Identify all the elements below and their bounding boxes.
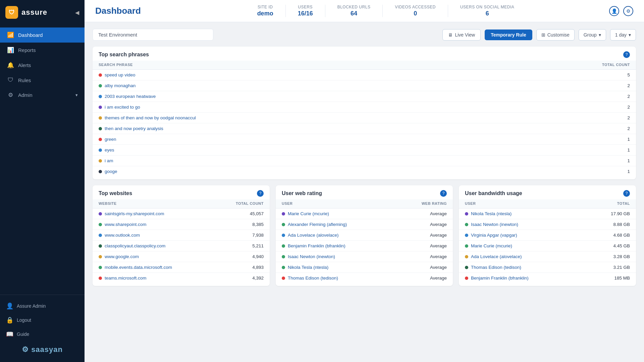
color-dot (282, 266, 285, 269)
table-row: Thomas Edison (tedison) 3.21 GB (459, 262, 636, 273)
environment-label: Test Environment (93, 29, 213, 41)
user-link[interactable]: Virginia Apgar (vapgar) (471, 233, 517, 238)
user-link[interactable]: Isaac Newton (inewton) (288, 254, 335, 259)
color-dot (99, 148, 102, 152)
col-total-count: Total Count (490, 61, 636, 70)
brand-icon: ⚙ (22, 345, 31, 354)
sidebar-item-rules[interactable]: 🛡 Rules (0, 73, 85, 87)
user-link[interactable]: Nikola Tesla (ntesla) (288, 265, 328, 270)
website-link[interactable]: classpolicyaut.classpolicy.com (105, 243, 165, 248)
color-dot (99, 84, 102, 87)
stat-site-id-value: demo (257, 10, 273, 17)
user-settings-icon[interactable]: 👤 (609, 6, 619, 16)
sidebar-item-admin[interactable]: ⚙ Admin ▾ (0, 87, 85, 103)
logo-text: assure (21, 8, 47, 17)
color-dot (99, 255, 102, 258)
sidebar: 🛡 assure ◀ 📶 Dashboard 📊 Reports 🔔 Alert… (0, 0, 85, 362)
top-search-phrases-card: Top search phrases ? Search Phrase Total… (93, 47, 636, 179)
sidebar-nav: 📶 Dashboard 📊 Reports 🔔 Alerts 🛡 Rules ⚙… (0, 25, 85, 295)
user-link[interactable]: Benjamin Franklin (bfranklin) (471, 276, 529, 281)
sidebar-item-alerts[interactable]: 🔔 Alerts (0, 58, 85, 73)
websites-table: Website Total Count saintsgirls-my.share… (93, 199, 270, 283)
user-link[interactable]: Isaac Newton (inewton) (471, 222, 518, 227)
search-phrase-link[interactable]: green (105, 137, 116, 142)
user-link[interactable]: Marie Curie (mcurie) (288, 211, 329, 216)
color-dot (99, 170, 102, 173)
help-icon[interactable]: ? (623, 51, 630, 58)
table-row: teams.microsoft.com 4,392 (93, 273, 270, 284)
help-icon[interactable]: ? (257, 190, 264, 197)
col-web-rating: Web Rating (395, 199, 453, 208)
sidebar-item-label: Alerts (18, 62, 78, 68)
website-link[interactable]: mobile.events.data.microsoft.com (105, 265, 172, 270)
search-phrase-link[interactable]: i am (105, 158, 113, 163)
user-link[interactable]: Ada Lovelace (alovelace) (288, 233, 339, 238)
col-search-phrase: Search Phrase (93, 61, 490, 70)
table-row: Nikola Tesla (ntesla) 17.90 GB (459, 208, 636, 219)
search-phrase-link[interactable]: alby monaghan (105, 83, 136, 88)
table-row: eyes 1 (93, 145, 636, 156)
sidebar-username: Assure Admin (17, 303, 46, 309)
table-row: Marie Curie (mcurie) Average (276, 208, 453, 219)
table-row: Alexander Fleming (afleming) Average (276, 219, 453, 230)
table-row: green 1 (93, 134, 636, 145)
search-phrase-link[interactable]: eyes (105, 147, 114, 153)
user-link[interactable]: Thomas Edison (tedison) (288, 276, 338, 281)
page-title: Dashboard (95, 6, 162, 16)
admin-icon: ⚙ (7, 92, 14, 99)
grid-icon[interactable]: ⚙ (623, 6, 633, 16)
user-link[interactable]: Alexander Fleming (afleming) (288, 222, 347, 227)
sidebar-item-label: Dashboard (18, 32, 78, 38)
help-icon[interactable]: ? (623, 190, 630, 197)
search-phrase-link[interactable]: then and now poetry analysis (105, 126, 163, 131)
sidebar-item-dashboard[interactable]: 📶 Dashboard (0, 27, 85, 43)
table-row: Marie Curie (mcurie) 4.45 GB (459, 241, 636, 251)
website-link[interactable]: www.google.com (105, 254, 139, 259)
col-website: Website (93, 199, 213, 208)
website-link[interactable]: saintsgirls-my.sharepoint.com (105, 211, 164, 216)
user-link[interactable]: Ada Lovelace (alovelace) (471, 254, 522, 259)
stat-site-id: Site ID demo (257, 5, 273, 17)
sidebar-logout[interactable]: 🔒 Logout (0, 313, 85, 327)
website-link[interactable]: www.outlook.com (105, 233, 140, 238)
stat-site-id-label: Site ID (257, 5, 273, 9)
card-title: Top websites (99, 190, 132, 196)
table-row: i am excited to go 2 (93, 102, 636, 113)
sidebar-guide[interactable]: 📖 Guide (0, 327, 85, 341)
temporary-rule-button[interactable]: Temporary Rule (485, 29, 532, 40)
search-phrase-link[interactable]: themes of then and now by oodgal noonacc… (105, 115, 196, 120)
sidebar-collapse-button[interactable]: ◀ (75, 9, 79, 16)
stat-videos-label: Videos Accessed (395, 5, 436, 9)
website-link[interactable]: www.sharepoint.com (105, 222, 147, 227)
color-dot (282, 244, 285, 248)
card-title: Top search phrases (99, 52, 149, 58)
color-dot (99, 95, 102, 98)
search-phrase-link[interactable]: speed up video (105, 72, 136, 77)
user-link[interactable]: Nikola Tesla (ntesla) (471, 211, 512, 216)
live-view-button[interactable]: 🖥 Live View (442, 29, 481, 41)
color-dot (99, 159, 102, 163)
user-link[interactable]: Thomas Edison (tedison) (471, 265, 521, 270)
sidebar-item-reports[interactable]: 📊 Reports (0, 43, 85, 58)
search-phrase-link[interactable]: googe (105, 169, 117, 174)
user-link[interactable]: Benjamin Franklin (bfranklin) (288, 243, 345, 248)
table-row: Thomas Edison (tedison) Average (276, 273, 453, 284)
stat-social: Users on Social Media 6 (460, 5, 514, 17)
website-link[interactable]: teams.microsoft.com (105, 276, 147, 281)
stat-blocked-label: Blocked URLs (337, 5, 371, 9)
user-link[interactable]: Marie Curie (mcurie) (471, 243, 512, 248)
table-row: Isaac Newton (inewton) 8.88 GB (459, 219, 636, 230)
card-header: User web rating ? (276, 185, 453, 199)
color-dot (465, 212, 468, 216)
help-icon[interactable]: ? (440, 190, 447, 197)
table-row: alby monaghan 2 (93, 80, 636, 91)
monitor-icon: 🖥 (448, 32, 453, 38)
sidebar-user-profile[interactable]: 👤 Assure Admin (0, 299, 85, 313)
search-phrase-link[interactable]: 2003 european heatwave (105, 94, 156, 99)
group-dropdown[interactable]: Group ▾ (579, 29, 606, 41)
search-phrase-link[interactable]: i am excited to go (105, 105, 140, 110)
sidebar-item-label: Admin (18, 92, 71, 98)
day-dropdown[interactable]: 1 day ▾ (610, 29, 636, 41)
customise-button[interactable]: ⊞ Customise (536, 29, 575, 41)
web-rating-table-wrap: User Web Rating Marie Curie (mcurie) Ave… (276, 199, 453, 286)
